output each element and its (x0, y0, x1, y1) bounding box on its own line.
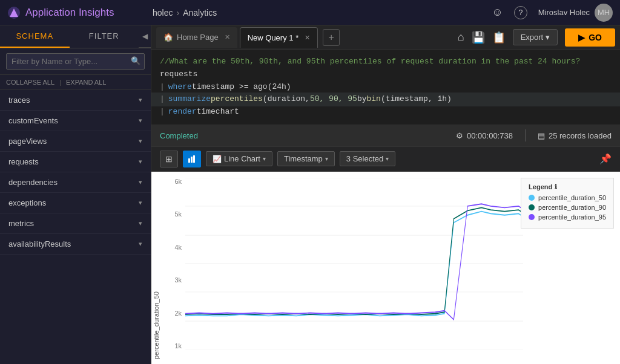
table-view-button[interactable]: ⊞ (160, 151, 178, 167)
save-icon[interactable]: 💾 (472, 31, 485, 44)
legend-item-p90: percentile_duration_90 (529, 204, 606, 211)
chevron-down-icon: ▾ (139, 117, 142, 125)
chevron-down-icon: ▾ (139, 96, 142, 104)
svg-rect-4 (193, 155, 195, 163)
sidebar-item-label: metrics (8, 219, 34, 228)
chart-svg (185, 178, 523, 349)
chevron-down-icon: ▾ (263, 155, 266, 162)
sidebar-collapse-toggle[interactable]: ◀ (139, 25, 151, 48)
chevron-down-icon: ▾ (139, 178, 142, 186)
line-p90 (185, 207, 523, 314)
percentiles-function: percentiles (211, 93, 263, 106)
code-editor[interactable]: //What are the 50th, 90th, and 95th perc… (151, 50, 620, 125)
sidebar-item-traces[interactable]: traces ▾ (0, 90, 151, 111)
info-icon: ℹ (555, 183, 557, 190)
selected-dropdown[interactable]: 3 Selected ▾ (340, 151, 395, 166)
chevron-down-icon: ▾ (546, 33, 550, 42)
line-chart-label: Line Chart (224, 154, 260, 163)
chevron-down-icon: ▾ (139, 219, 142, 227)
breadcrumb-part2: Analytics (183, 8, 217, 18)
app-logo-icon (7, 6, 21, 19)
line-p95 (185, 204, 523, 319)
home-toolbar-icon[interactable]: ⌂ (458, 31, 464, 44)
sidebar-search: 🔍 (0, 48, 151, 75)
records-value: 25 records loaded (549, 131, 612, 140)
close-icon[interactable]: ✕ (305, 34, 310, 42)
user-menu[interactable]: Miroslav Holec MH (538, 4, 613, 22)
pipe-icon: | (160, 106, 165, 119)
user-name: Miroslav Holec (538, 8, 590, 17)
go-button[interactable]: ▶ GO (565, 28, 615, 47)
tab-homepage[interactable]: 🏠 Home Page ✕ (156, 27, 237, 48)
help-icon[interactable]: ? (514, 6, 527, 19)
tab-filter[interactable]: FILTER (70, 25, 139, 48)
sidebar-item-label: traces (8, 96, 30, 105)
status-completed: Completed (160, 131, 198, 140)
breadcrumb-sep: › (176, 8, 179, 18)
sidebar-item-metrics[interactable]: metrics ▾ (0, 213, 151, 234)
legend-dot-p90 (529, 204, 535, 210)
tab-schema[interactable]: SCHEMA (0, 25, 70, 48)
main-layout: SCHEMA FILTER ◀ 🔍 COLLAPSE ALL | EXPAND … (0, 25, 620, 364)
chevron-down-icon: ▾ (386, 155, 389, 162)
divider (525, 129, 526, 141)
summarize-keyword: summarize (168, 93, 211, 106)
timestamp-dropdown[interactable]: Timestamp ▾ (277, 151, 335, 166)
legend-dot-p95 (529, 214, 535, 220)
avatar: MH (595, 4, 613, 22)
smiley-icon[interactable]: ☺ (492, 6, 503, 19)
new-tab-button[interactable]: + (323, 29, 340, 46)
topbar: Application Insights holec › Analytics ☺… (0, 0, 620, 25)
line-chart-icon: 📈 (213, 155, 222, 163)
home-icon: 🏠 (163, 33, 173, 42)
toolbar: ⌂ 💾 📋 Export ▾ ▶ GO (458, 28, 615, 47)
legend-title: Legend ℹ (529, 183, 606, 190)
svg-rect-2 (188, 158, 190, 163)
render-keyword: render (168, 106, 197, 119)
bin-rest: (timestamp, 1h) (381, 93, 452, 106)
expand-all-btn[interactable]: EXPAND ALL (66, 79, 106, 86)
sidebar-item-dependencies[interactable]: dependencies ▾ (0, 172, 151, 193)
render-rest: timechart (197, 106, 239, 119)
chart-yticks: 6k 5k 4k 3k 2k 1k (163, 178, 182, 349)
sidebar-item-pageviews[interactable]: pageViews ▾ (0, 131, 151, 152)
collapse-all-btn[interactable]: COLLAPSE ALL (6, 79, 54, 86)
sidebar-item-label: exceptions (8, 198, 46, 207)
sidebar-item-exceptions[interactable]: exceptions ▾ (0, 193, 151, 213)
chevron-down-icon: ▾ (139, 240, 142, 248)
ytick: 1k (163, 342, 182, 349)
tab-label: Home Page (177, 33, 219, 42)
status-records: ▤ 25 records loaded (538, 131, 612, 140)
pin-icon[interactable]: 📌 (599, 153, 612, 164)
ytick: 4k (163, 244, 182, 251)
chart-view-button[interactable] (183, 151, 201, 167)
ytick: 5k (163, 210, 182, 218)
close-icon[interactable]: ✕ (225, 33, 230, 41)
go-label: GO (589, 33, 602, 42)
records-icon: ▤ (538, 131, 545, 140)
app-logo: Application Insights (7, 6, 153, 19)
export-label: Export (521, 33, 544, 42)
breadcrumb-part1: holec (153, 8, 173, 18)
code-line-summarize: | summarize percentiles (duration, 50, 9… (151, 93, 620, 106)
clock-icon: ⚙ (456, 131, 463, 140)
code-line-where: | where timestamp >= ago(24h) (160, 81, 612, 94)
export-button[interactable]: Export ▾ (513, 29, 558, 45)
tab-newquery[interactable]: New Query 1 * ✕ (240, 27, 318, 48)
where-rest: timestamp >= ago(24h) (192, 81, 291, 94)
tab-bar: 🏠 Home Page ✕ New Query 1 * ✕ + ⌂ 💾 📋 Ex… (151, 25, 620, 50)
sidebar-item-availabilityresults[interactable]: availabilityResults ▾ (0, 234, 151, 255)
sidebar-item-customevents[interactable]: customEvents ▾ (0, 111, 151, 131)
sidebar-item-requests[interactable]: requests ▾ (0, 152, 151, 172)
percentile-numbers: 50, 90, 95 (310, 93, 357, 106)
sidebar-item-label: availabilityResults (8, 239, 71, 249)
sidebar-item-label: customEvents (8, 116, 58, 125)
chevron-down-icon: ▾ (139, 199, 142, 207)
share-icon[interactable]: 📋 (492, 31, 506, 44)
search-input[interactable] (6, 53, 145, 70)
sidebar-item-label: requests (8, 157, 39, 166)
code-comment-line: //What are the 50th, 90th, and 95th perc… (160, 56, 612, 68)
chart-controls: ⊞ 📈 Line Chart ▾ Timestamp ▾ 3 Selected … (151, 147, 620, 172)
line-chart-dropdown[interactable]: 📈 Line Chart ▾ (206, 151, 272, 166)
ytick: 3k (163, 276, 182, 284)
